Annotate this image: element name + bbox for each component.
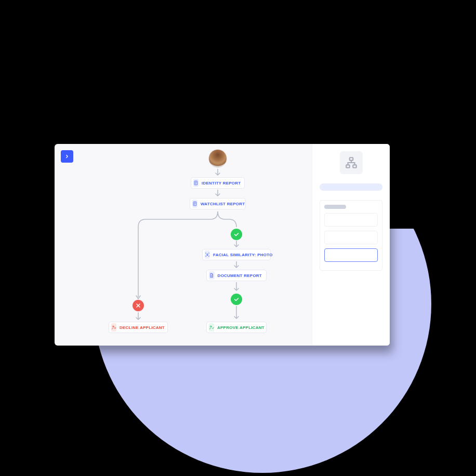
svg-rect-18	[346, 165, 350, 167]
flow-arrow	[233, 241, 240, 249]
node-label: IDENTITY REPORT	[202, 181, 241, 186]
document-report-icon	[193, 179, 199, 187]
node-decline-applicant[interactable]: DECLINE APPLICANT	[109, 322, 168, 333]
flow-arrow	[233, 261, 240, 270]
check-icon	[233, 296, 240, 302]
flow-arrow	[214, 169, 221, 177]
config-field-primary[interactable]	[324, 248, 378, 262]
svg-point-13	[113, 326, 114, 327]
check-icon	[233, 231, 240, 237]
node-approve-applicant[interactable]: APPROVE APPLICANT	[206, 322, 267, 333]
flow-arrow	[135, 312, 142, 322]
workflow-canvas[interactable]: IDENTITY REPORT WATCHLIST REPORT FACIAL …	[55, 144, 312, 346]
node-label: DECLINE APPLICANT	[120, 325, 165, 330]
svg-point-8	[207, 254, 208, 255]
face-scan-icon	[205, 250, 210, 259]
config-field[interactable]	[324, 213, 378, 227]
node-document-report[interactable]: DOCUMENT REPORT	[206, 270, 267, 281]
applicant-avatar	[208, 149, 227, 168]
svg-rect-19	[353, 165, 356, 167]
gate-fail	[133, 300, 144, 311]
flow-arrow	[233, 306, 240, 321]
node-label: WATCHLIST REPORT	[201, 202, 245, 206]
user-check-icon	[209, 323, 214, 332]
node-label: DOCUMENT REPORT	[218, 273, 262, 278]
title-skeleton	[320, 183, 382, 191]
node-facial-similarity[interactable]: FACIAL SIMILARITY: PHOTO	[202, 249, 271, 260]
config-panel: Configuration	[312, 144, 390, 346]
gate-pass	[231, 229, 242, 240]
node-label: APPROVE APPLICANT	[217, 325, 265, 330]
flow-arrow	[233, 282, 240, 293]
config-field[interactable]	[324, 231, 378, 244]
workflow-panel: IDENTITY REPORT WATCHLIST REPORT FACIAL …	[55, 144, 390, 346]
config-panel-title: Configuration	[320, 183, 320, 184]
node-watchlist-report[interactable]: WATCHLIST REPORT	[190, 198, 246, 209]
cross-icon	[135, 302, 141, 309]
hierarchy-icon-box[interactable]	[340, 151, 363, 174]
node-identity-report[interactable]: IDENTITY REPORT	[191, 177, 245, 189]
flow-arrow	[214, 190, 221, 198]
hierarchy-icon	[345, 156, 358, 169]
svg-point-16	[210, 326, 212, 327]
config-group	[320, 200, 382, 271]
user-x-icon	[111, 323, 116, 332]
label-skeleton	[324, 205, 346, 209]
document-report-icon	[192, 200, 197, 208]
node-label: FACIAL SIMILARITY: PHOTO	[213, 253, 273, 257]
flow-connectors	[55, 144, 312, 346]
gate-pass	[231, 294, 242, 305]
document-icon	[209, 271, 215, 280]
svg-rect-17	[349, 157, 353, 160]
